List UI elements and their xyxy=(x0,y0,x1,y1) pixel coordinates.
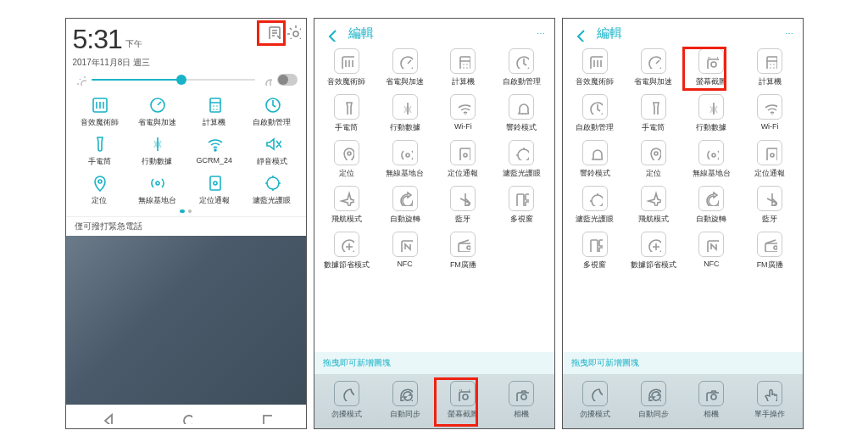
tile-equalizer[interactable]: 音效魔術師 xyxy=(566,48,625,87)
tile-label: 勿擾模式 xyxy=(580,409,610,420)
tile-gauge[interactable]: 省電與加速 xyxy=(128,94,186,128)
locreport-icon xyxy=(450,140,476,165)
bluelight-icon xyxy=(262,172,282,193)
tile-multiwindow[interactable]: 多視窗 xyxy=(492,186,551,225)
tile-autostart[interactable]: 自啟動管理 xyxy=(566,94,625,133)
tile-hotspot[interactable]: 無線基地台 xyxy=(682,140,741,179)
header-menu-icon[interactable]: ⋯ xyxy=(537,29,546,38)
tile-flashlight[interactable]: 手電筒 xyxy=(71,133,129,167)
tile-flashlight[interactable]: 手電筒 xyxy=(624,94,682,133)
tile-label: 定位通報 xyxy=(199,195,230,206)
auto-brightness-icon[interactable] xyxy=(260,74,272,86)
multiwindow-icon xyxy=(509,186,534,211)
tile-bell[interactable]: 響鈴模式 xyxy=(492,94,551,133)
tile-camera[interactable]: 相機 xyxy=(492,381,551,420)
tile-label: FM廣播 xyxy=(450,260,476,271)
tile-bluetooth[interactable]: 藍牙 xyxy=(741,186,799,225)
tile-dnd[interactable]: 勿擾模式 xyxy=(566,381,625,420)
tile-bluelight[interactable]: 濾藍光護眼 xyxy=(243,172,301,206)
tile-screenshot[interactable]: 螢幕截圖 xyxy=(434,381,492,420)
tile-mobiledata[interactable]: 行動數據 xyxy=(376,94,434,133)
wallpaper xyxy=(66,236,306,405)
edit-tiles-icon[interactable] xyxy=(265,24,281,39)
tile-multiwindow[interactable]: 多視窗 xyxy=(566,232,625,271)
tile-mobiledata[interactable]: 行動數據 xyxy=(682,94,741,133)
tile-flashlight[interactable]: 手電筒 xyxy=(318,94,376,133)
radio-icon xyxy=(757,232,782,257)
tile-nfc[interactable]: NFC xyxy=(682,232,741,271)
tile-mobiledata[interactable]: 行動數據 xyxy=(128,133,186,167)
tile-location[interactable]: 定位 xyxy=(624,140,682,179)
panel-edit-before: 編輯 ⋯ 音效魔術師省電與加速計算機自啟動管理手電筒行動數據Wi-Fi響鈴模式定… xyxy=(314,18,555,429)
tile-bell[interactable]: 響鈴模式 xyxy=(566,140,625,179)
tile-datasaver[interactable]: 數據節省模式 xyxy=(318,232,376,271)
tile-label: 自動旋轉 xyxy=(696,214,726,225)
tile-dnd[interactable]: 勿擾模式 xyxy=(318,381,376,420)
tile-bluetooth[interactable]: 藍牙 xyxy=(434,186,492,225)
settings-gear-icon[interactable] xyxy=(286,24,301,39)
screenshot-icon xyxy=(450,381,476,406)
tile-equalizer[interactable]: 音效魔術師 xyxy=(71,94,129,128)
tile-location[interactable]: 定位 xyxy=(318,140,376,179)
header-menu-icon[interactable]: ⋯ xyxy=(785,29,794,38)
tile-autostart[interactable]: 自啟動管理 xyxy=(243,94,301,128)
emergency-call-text[interactable]: 僅可撥打緊急電話 xyxy=(66,216,306,236)
tile-hotspot[interactable]: 無線基地台 xyxy=(128,172,186,206)
location-icon xyxy=(89,172,109,193)
tile-sync[interactable]: 自動同步 xyxy=(376,381,434,420)
brightness-slider[interactable] xyxy=(92,79,255,81)
tile-label: 省電與加速 xyxy=(386,76,424,87)
tile-screenshot[interactable]: 螢幕截圖 xyxy=(682,48,741,87)
tile-label: 無線基地台 xyxy=(386,168,424,179)
back-icon[interactable] xyxy=(571,26,587,42)
tile-locreport[interactable]: 定位通報 xyxy=(434,140,492,179)
tile-label: 無線基地台 xyxy=(138,195,176,206)
tile-airplane[interactable]: 飛航模式 xyxy=(624,186,682,225)
datasaver-icon xyxy=(334,232,359,257)
tile-bluelight[interactable]: 濾藍光護眼 xyxy=(566,186,625,225)
tile-label: Wi-Fi xyxy=(454,122,472,131)
tile-radio[interactable]: FM廣播 xyxy=(741,232,799,271)
dnd-icon xyxy=(582,381,608,406)
tile-label: 響鈴模式 xyxy=(580,168,610,179)
nav-home-icon[interactable] xyxy=(179,411,192,424)
tile-wifi[interactable]: Wi-Fi xyxy=(434,94,492,133)
tile-datasaver[interactable]: 數據節省模式 xyxy=(624,232,682,271)
tile-locreport[interactable]: 定位通報 xyxy=(186,172,243,206)
tile-hotspot[interactable]: 無線基地台 xyxy=(376,140,434,179)
tile-sync[interactable]: 自動同步 xyxy=(624,381,682,420)
clock-ampm: 下午 xyxy=(125,38,142,50)
tile-airplane[interactable]: 飛航模式 xyxy=(318,186,376,225)
tile-nfc[interactable]: NFC xyxy=(376,232,434,271)
page-indicator xyxy=(66,208,306,216)
tile-label: 計算機 xyxy=(203,117,225,128)
tile-rotate[interactable]: 自動旋轉 xyxy=(682,186,741,225)
tile-gauge[interactable]: 省電與加速 xyxy=(624,48,682,87)
nav-recent-icon[interactable] xyxy=(259,411,272,424)
header-title: 編輯 xyxy=(348,25,374,42)
tile-bluelight[interactable]: 濾藍光護眼 xyxy=(492,140,551,179)
tile-calculator[interactable]: 計算機 xyxy=(434,48,492,87)
tile-gauge[interactable]: 省電與加速 xyxy=(376,48,434,87)
tile-mute[interactable]: 靜音模式 xyxy=(243,133,301,167)
back-icon[interactable] xyxy=(323,26,338,42)
tile-equalizer[interactable]: 音效魔術師 xyxy=(318,48,376,87)
tile-onehand[interactable]: 單手操作 xyxy=(741,381,799,420)
nav-back-icon[interactable] xyxy=(99,411,113,424)
tile-wifi[interactable]: GCRM_24 xyxy=(186,133,243,167)
tile-locreport[interactable]: 定位通報 xyxy=(741,140,799,179)
tile-calculator[interactable]: 計算機 xyxy=(186,94,243,128)
auto-brightness-toggle[interactable] xyxy=(277,74,298,86)
locreport-icon xyxy=(757,140,782,165)
tile-location[interactable]: 定位 xyxy=(71,172,129,206)
tile-camera[interactable]: 相機 xyxy=(682,381,741,420)
tile-label: 藍牙 xyxy=(762,214,777,225)
tile-label: 藍牙 xyxy=(455,214,470,225)
tile-calculator[interactable]: 計算機 xyxy=(741,48,799,87)
tile-radio[interactable]: FM廣播 xyxy=(434,232,492,271)
tile-label: 計算機 xyxy=(759,76,782,87)
tile-wifi[interactable]: Wi-Fi xyxy=(741,94,799,133)
tile-rotate[interactable]: 自動旋轉 xyxy=(376,186,434,225)
tile-autostart[interactable]: 自啟動管理 xyxy=(492,48,551,87)
calculator-icon xyxy=(450,48,476,74)
